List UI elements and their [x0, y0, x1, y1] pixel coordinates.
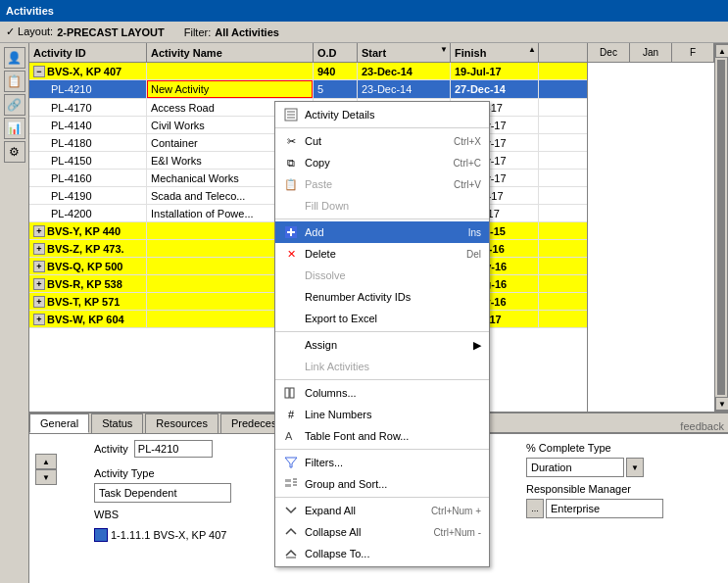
responsible-manager-browse[interactable]: ... [526, 499, 544, 518]
scroll-up-btn[interactable]: ▲ [715, 44, 728, 58]
tab-resources[interactable]: Resources [145, 413, 218, 433]
menu-label: Paste [305, 178, 332, 190]
complete-type-dropdown[interactable]: ▼ [626, 458, 644, 477]
hash-icon: # [283, 407, 299, 422]
menu-label: Copy [305, 157, 330, 169]
sidebar-icon-4[interactable]: 📊 [4, 118, 25, 139]
menu-item-group-sort[interactable]: Group and Sort... [275, 473, 489, 495]
menu-item-assign[interactable]: Assign ▶ [275, 334, 489, 356]
activity-type-group: Activity Type [94, 467, 251, 503]
grid-header: Activity ID Activity Name O.D Start ▼ Fi… [29, 43, 587, 63]
sidebar-icon-5[interactable]: ⚙ [4, 141, 25, 163]
menu-item-delete[interactable]: ✕ Delete Del [275, 243, 489, 265]
col-activity-name: Activity Name [147, 43, 314, 62]
menu-label: Filters... [305, 457, 343, 468]
layout-value: 2-PRECAST LAYOUT [57, 26, 165, 38]
sidebar-icon-2[interactable]: 📋 [4, 71, 25, 92]
collapse-to-icon [283, 546, 299, 561]
menu-separator [275, 497, 489, 498]
add-icon [283, 224, 299, 240]
menu-shortcut: Ctrl+X [454, 136, 481, 147]
wbs-group: WBS 1-1.11.1 BVS-X, KP 407 [94, 509, 251, 542]
expand-icon[interactable]: + [33, 261, 45, 272]
expand-icon[interactable]: + [33, 278, 45, 290]
record-up-btn[interactable]: ▲ [35, 454, 57, 469]
activity-name-input[interactable] [147, 80, 313, 98]
menu-item-fill-down: Fill Down [275, 195, 489, 217]
menu-item-filters[interactable]: Filters... [275, 452, 489, 473]
expand-icon[interactable]: + [33, 314, 45, 325]
activity-type-input[interactable] [94, 483, 231, 503]
table-row[interactable]: − BVS-X, KP 407 940 23-Dec-14 19-Jul-17 [29, 63, 587, 80]
feedback-tab: feedback [680, 420, 724, 432]
menu-item-table-font[interactable]: A Table Font and Row... [275, 425, 489, 447]
menu-item-collapse-to[interactable]: Collapse To... [275, 543, 489, 564]
responsible-manager-group: Responsible Manager ... [526, 483, 722, 518]
menu-item-cut[interactable]: ✂ Cut Ctrl+X [275, 130, 489, 152]
detail-icon [283, 107, 299, 122]
responsible-manager-input[interactable] [546, 499, 663, 518]
menu-item-copy[interactable]: ⧉ Copy Ctrl+C [275, 152, 489, 173]
menu-label: Renumber Activity IDs [305, 291, 411, 303]
renumber-icon [283, 289, 299, 305]
complete-type-group: % Complete Type ▼ [526, 442, 722, 477]
menu-item-dissolve: Dissolve [275, 265, 489, 286]
scroll-down-btn[interactable]: ▼ [715, 397, 728, 411]
wbs-value: 1-1.11.1 BVS-X, KP 407 [111, 529, 226, 541]
svg-marker-10 [285, 458, 297, 467]
menu-item-add[interactable]: Add Ins [275, 221, 489, 243]
menu-label: Delete [305, 248, 336, 260]
menu-label: Expand All [305, 505, 356, 516]
vertical-scrollbar[interactable]: ▲ ▼ [714, 43, 728, 412]
export-icon [283, 311, 299, 326]
svg-rect-8 [290, 388, 294, 398]
activity-id-field[interactable] [134, 440, 213, 458]
responsible-manager-label: Responsible Manager [526, 483, 722, 495]
menu-item-activity-details[interactable]: Activity Details [275, 104, 489, 125]
copy-icon: ⧉ [283, 155, 299, 170]
collapse-all-icon [283, 524, 299, 540]
gantt-month-f: F [672, 43, 714, 62]
menu-label: Add [305, 226, 324, 238]
paste-icon: 📋 [283, 176, 299, 192]
menu-label: Group and Sort... [305, 478, 387, 490]
left-sidebar: 👤 📋 🔗 📊 ⚙ [0, 43, 29, 583]
menu-label: Collapse All [305, 526, 361, 538]
columns-icon [283, 385, 299, 401]
menu-label: Table Font and Row... [305, 430, 409, 442]
svg-rect-12 [285, 484, 291, 487]
col-od: O.D [314, 43, 358, 62]
table-row[interactable]: PL-4210 5 23-Dec-14 27-Dec-14 [29, 80, 587, 99]
expand-collapse-icon[interactable]: − [33, 66, 45, 77]
tab-status[interactable]: Status [91, 413, 143, 433]
menu-item-line-numbers[interactable]: # Line Numbers [275, 404, 489, 425]
menu-item-expand-all[interactable]: Expand All Ctrl+Num + [275, 500, 489, 521]
expand-icon[interactable]: + [33, 243, 45, 255]
layout-label: ✓ Layout: [6, 25, 53, 38]
col-activity-id: Activity ID [29, 43, 147, 62]
menu-label: Fill Down [305, 200, 349, 212]
expand-icon[interactable]: + [33, 225, 45, 237]
scroll-thumb[interactable] [717, 60, 725, 395]
sidebar-icon-3[interactable]: 🔗 [4, 94, 25, 116]
menu-shortcut: Ctrl+C [453, 158, 481, 169]
cut-icon: ✂ [283, 133, 299, 149]
activity-field-label: Activity [94, 443, 128, 455]
menu-label: Line Numbers [305, 409, 371, 420]
gantt-month-jan: Jan [630, 43, 672, 62]
complete-type-input[interactable] [526, 458, 624, 477]
menu-item-columns[interactable]: Columns... [275, 382, 489, 404]
svg-rect-7 [285, 388, 289, 398]
expand-icon[interactable]: + [33, 296, 45, 308]
submenu-arrow: ▶ [473, 339, 481, 352]
record-down-btn[interactable]: ▼ [35, 469, 57, 485]
menu-item-export[interactable]: Export to Excel [275, 308, 489, 329]
menu-item-collapse-all[interactable]: Collapse All Ctrl+Num - [275, 521, 489, 543]
dissolve-icon [283, 267, 299, 283]
menu-item-renumber[interactable]: Renumber Activity IDs [275, 286, 489, 308]
wbs-icon [94, 528, 108, 542]
tab-general[interactable]: General [29, 413, 89, 433]
col-start: Start ▼ [358, 43, 451, 62]
sidebar-icon-1[interactable]: 👤 [4, 47, 25, 69]
group-icon [283, 476, 299, 492]
